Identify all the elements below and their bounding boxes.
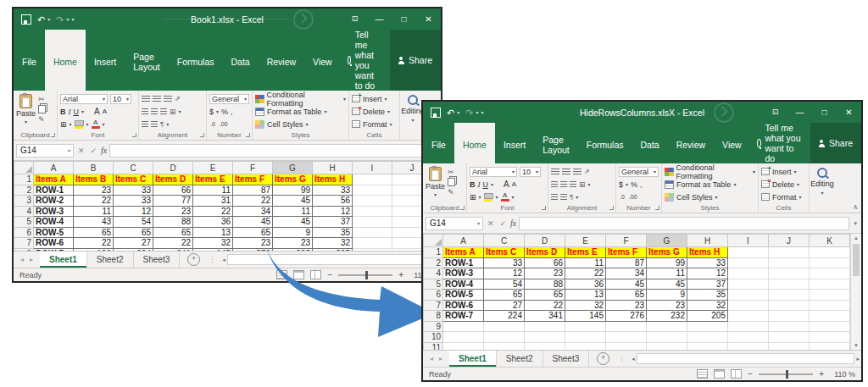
share-button[interactable]: Share [810,123,861,163]
merge-caret[interactable]: ▾ [179,108,181,114]
cell-A6[interactable]: ROW-5 [34,227,74,238]
cell-D2[interactable]: 66 [153,185,193,196]
decrease-indent-icon[interactable] [142,121,148,128]
column-header-F[interactable]: F [606,235,647,247]
insert-cells-button[interactable]: Insert ▾ [761,166,806,177]
accounting-caret[interactable]: ▾ [626,181,628,187]
cell-I1[interactable] [728,247,769,258]
sheet-tab-sheet1[interactable]: Sheet1 [40,252,87,268]
delete-cells-button[interactable]: Delete ▾ [761,179,806,190]
cell-A8[interactable]: ROW-7 [443,311,484,322]
grow-font-button[interactable]: A [94,107,100,116]
cell-I5[interactable] [728,279,769,290]
align-center-icon[interactable] [151,108,158,115]
increase-indent-icon[interactable] [560,194,567,201]
cell-D9[interactable] [525,321,565,332]
cell-E6[interactable]: 13 [193,227,233,238]
cell-D1[interactable]: Items D [525,247,565,258]
minimize-button[interactable]: — [367,8,392,30]
align-bottom-icon[interactable] [573,169,581,175]
cell-G11[interactable] [647,342,687,350]
cell-J9[interactable] [769,321,810,332]
tell-me-box[interactable]: Tell me what you want to do [341,30,390,91]
cell-C4[interactable]: 12 [484,268,525,279]
cell-J5[interactable] [769,279,810,290]
cell-H1[interactable]: Items H [313,174,353,185]
name-box[interactable]: G14▾ [426,217,483,230]
zoom-in-button[interactable]: + [819,369,824,379]
cell-E11[interactable] [565,342,606,350]
cell-F5[interactable]: 45 [606,279,647,290]
formula-bar-expand-icon[interactable]: ▾ [852,220,859,227]
confirm-entry-icon[interactable]: ✓ [498,219,509,228]
cell-D6[interactable]: 65 [525,290,565,301]
cell-I7[interactable] [728,300,769,311]
fill-color-button[interactable] [484,193,493,202]
sheet-tab-sheet1[interactable]: Sheet1 [449,351,497,367]
cell-D7[interactable]: 22 [153,238,193,249]
cell-C9[interactable] [484,321,525,332]
delete-cells-button[interactable]: Delete ▾ [352,106,397,117]
zoom-slider-handle[interactable] [786,370,788,379]
cell-H1[interactable]: Items H [687,247,728,258]
cell-A9[interactable] [443,321,484,332]
save-icon[interactable] [431,108,441,118]
page-layout-view-button[interactable] [714,369,725,379]
row-header-6[interactable]: 6 [14,227,34,238]
font-color-button[interactable]: A [501,192,509,202]
cell-B1[interactable]: Items B [74,174,114,185]
cell-D3[interactable]: 77 [153,196,193,207]
cell-E4[interactable]: 22 [565,268,606,279]
sheet-tab-sheet2[interactable]: Sheet2 [87,252,134,268]
ribbon-tab-file[interactable]: File [14,30,45,91]
wrap-text-icon[interactable]: ¶ [570,193,573,201]
cell-C6[interactable]: 65 [114,227,153,238]
cell-B2[interactable]: 23 [74,185,114,196]
ribbon-tab-view[interactable]: View [304,30,341,91]
cell-G4[interactable]: 11 [647,268,687,279]
cell-B3[interactable]: 22 [74,196,114,207]
cell-H2[interactable]: 33 [687,257,728,268]
cut-icon[interactable]: ✂ [448,168,455,176]
clipboard-dialog-launcher-icon[interactable] [460,206,465,210]
column-header-D[interactable]: D [153,162,193,174]
cell-K5[interactable] [810,279,850,290]
font-name-combo[interactable]: Arial▾ [470,167,517,177]
ribbon-display-options-icon[interactable]: ⊡ [342,8,367,30]
cell-I6[interactable] [728,290,769,301]
cell-G3[interactable]: 45 [273,196,313,207]
ribbon-tab-insert[interactable]: Insert [495,123,534,163]
cell-F4[interactable]: 34 [233,206,273,217]
ribbon-tab-formulas[interactable]: Formulas [169,30,223,91]
cell-F4[interactable]: 34 [606,268,647,279]
cell-E2[interactable]: 11 [565,257,606,268]
vertical-scrollbar[interactable]: ▲ ▼ [850,234,861,350]
cell-E5[interactable]: 36 [565,279,606,290]
horizontal-scroll-track[interactable] [637,353,855,364]
cell-I3[interactable] [353,196,392,207]
cell-D5[interactable]: 88 [525,279,565,290]
cell-B5[interactable]: 43 [74,217,114,228]
cell-K1[interactable] [810,247,850,258]
new-sheet-button[interactable]: + [187,253,200,266]
close-button[interactable]: ✕ [416,8,441,30]
cancel-entry-icon[interactable]: ✕ [76,147,86,155]
align-left-icon[interactable] [551,181,558,188]
cell-E9[interactable] [565,321,606,332]
number-dialog-launcher-icon[interactable] [655,206,659,210]
cell-C2[interactable]: 33 [114,185,153,196]
format-painter-icon[interactable]: ✎ [448,188,455,196]
cell-D1[interactable]: Items D [153,174,193,185]
row-header-7[interactable]: 7 [424,300,443,311]
ribbon-tab-data[interactable]: Data [222,30,258,91]
cell-G7[interactable]: 23 [647,300,687,311]
align-right-icon[interactable] [160,108,167,115]
cell-H4[interactable]: 12 [313,206,353,217]
column-header-G[interactable]: G [273,162,313,174]
cell-G8[interactable]: 232 [647,311,687,322]
bold-button[interactable]: B [470,180,476,189]
alignment-dialog-launcher-icon[interactable] [609,206,614,210]
align-top-icon[interactable] [551,169,559,175]
shrink-font-button[interactable]: A [512,180,516,188]
format-as-table-button[interactable]: Format as Table ▾ [665,179,755,190]
